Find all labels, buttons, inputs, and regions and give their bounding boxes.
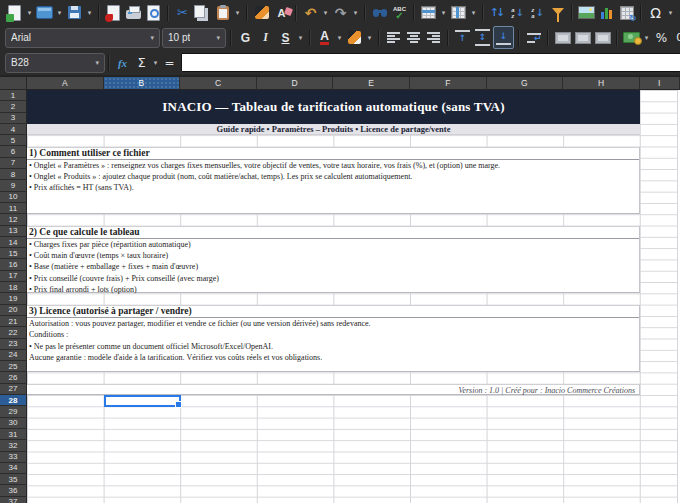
section-1-heading[interactable]: 1) Comment utiliser ce fichier — [27, 148, 639, 160]
row-header-36[interactable]: 36 — [0, 485, 27, 496]
row-header-17[interactable]: 17 — [0, 271, 27, 282]
row-header-21[interactable]: 21 — [0, 316, 27, 327]
font-color-dropdown[interactable]: ▾ — [335, 27, 344, 48]
insert-chart-button[interactable] — [597, 2, 616, 23]
cut-button[interactable]: ✂ — [173, 2, 192, 23]
percent-format-button[interactable]: % — [652, 27, 671, 48]
row-header-37[interactable]: 37 — [0, 497, 27, 503]
highlight-color-button[interactable] — [345, 27, 364, 48]
section-2-line[interactable]: • Prix final arrondi + lots (option) — [27, 284, 639, 295]
insert-image-button[interactable] — [577, 2, 596, 23]
font-size-select[interactable]: 10 pt▾ — [162, 28, 226, 48]
italic-button[interactable]: I — [256, 27, 275, 48]
align-bottom-button[interactable]: ↓ — [493, 26, 514, 49]
redo-dropdown[interactable]: ▾ — [351, 2, 360, 23]
special-character-button[interactable]: Ω — [646, 2, 665, 23]
row-header-10[interactable]: 10 — [0, 192, 27, 203]
font-name-select[interactable]: Arial▾ — [5, 28, 160, 48]
paste-dropdown[interactable]: ▾ — [233, 2, 242, 23]
column-header-F[interactable]: F — [410, 77, 487, 90]
sort-ascending-button[interactable]: az↓ — [508, 2, 527, 23]
section-3-line[interactable]: Autorisation : vous pouvez partager, mod… — [27, 318, 639, 329]
row-header-6[interactable]: 6 — [0, 146, 27, 157]
merge-cells-button[interactable] — [573, 27, 592, 48]
row-header-13[interactable]: 13 — [0, 226, 27, 237]
column-header-E[interactable]: E — [333, 77, 410, 90]
number-format-button[interactable]: 0, — [672, 27, 680, 48]
row-header-20[interactable]: 20 — [0, 305, 27, 316]
redo-button[interactable]: ↷ — [331, 2, 350, 23]
sum-dropdown[interactable]: ▾ — [151, 52, 160, 73]
section-3-heading[interactable]: 3) Licence (autorisé à partager / vendre… — [27, 306, 639, 318]
row-header-22[interactable]: 22 — [0, 327, 27, 338]
section-2-line[interactable]: • Base (matière + emballage + fixes + ma… — [27, 261, 639, 272]
row-header-26[interactable]: 26 — [0, 372, 27, 383]
column-header-B[interactable]: B — [104, 77, 181, 90]
wrap-text-button[interactable]: ↵ — [524, 27, 543, 48]
section-2-line[interactable]: • Coût main d'œuvre (temps × taux horair… — [27, 250, 639, 261]
undo-dropdown[interactable]: ▾ — [321, 2, 330, 23]
row-header-18[interactable]: 18 — [0, 282, 27, 293]
row-header-23[interactable]: 23 — [0, 339, 27, 350]
column-header-C[interactable]: C — [180, 77, 257, 90]
row-header-34[interactable]: 34 — [0, 463, 27, 474]
sheet-title-cell[interactable]: INACIO — Tableau de tarification automat… — [27, 90, 640, 124]
new-document-dropdown[interactable]: ▾ — [25, 2, 34, 23]
row-header-3[interactable]: 3 — [0, 113, 27, 124]
clear-formatting-button[interactable]: A — [272, 2, 291, 23]
column-header-H[interactable]: H — [563, 77, 640, 90]
name-box[interactable]: B28▾ — [5, 53, 105, 73]
align-top-button[interactable]: ↑ — [453, 27, 472, 48]
column-header-D[interactable]: D — [257, 77, 334, 90]
sum-button[interactable]: Σ — [132, 52, 151, 73]
highlight-color-dropdown[interactable]: ▾ — [365, 27, 374, 48]
undo-button[interactable]: ↶ — [301, 2, 320, 23]
insert-column-dropdown[interactable]: ▾ — [469, 2, 478, 23]
function-wizard-button[interactable]: fx — [113, 52, 132, 73]
unmerge-cells-button[interactable] — [593, 27, 612, 48]
sort-button[interactable]: ↑↓ — [488, 2, 507, 23]
print-preview-button[interactable] — [144, 2, 163, 23]
new-document-button[interactable] — [5, 2, 24, 23]
center-vertically-button[interactable]: ↕ — [473, 27, 492, 48]
row-header-16[interactable]: 16 — [0, 259, 27, 270]
row-header-1[interactable]: 1 — [0, 90, 27, 101]
save-dropdown[interactable]: ▾ — [85, 2, 94, 23]
row-header-27[interactable]: 27 — [0, 384, 27, 395]
row-header-35[interactable]: 35 — [0, 474, 27, 485]
insert-row-button[interactable] — [419, 2, 438, 23]
row-header-25[interactable]: 25 — [0, 361, 27, 372]
currency-format-button[interactable] — [622, 27, 641, 48]
spelling-button[interactable]: ABC✓ — [390, 2, 409, 23]
row-header-5[interactable]: 5 — [0, 135, 27, 146]
section-1-line[interactable]: • Prix affichés = HT (sans TVA). — [27, 182, 639, 193]
column-header-G[interactable]: G — [487, 77, 564, 90]
pivot-table-button[interactable]: ↻ — [617, 2, 636, 23]
clone-formatting-button[interactable] — [252, 2, 271, 23]
merge-center-button[interactable] — [553, 27, 572, 48]
column-header-A[interactable]: A — [27, 77, 104, 90]
row-header-31[interactable]: 31 — [0, 429, 27, 440]
special-character-dropdown[interactable]: ▾ — [666, 2, 675, 23]
underline-dropdown[interactable]: ▾ — [296, 27, 305, 48]
section-1-line[interactable]: • Onglet « Produits » : ajoutez chaque p… — [27, 171, 639, 182]
column-header-I[interactable]: I — [640, 77, 680, 90]
row-header-2[interactable]: 2 — [0, 101, 27, 112]
row-header-4[interactable]: 4 — [0, 124, 27, 135]
sort-descending-button[interactable]: za↓ — [528, 2, 547, 23]
font-color-button[interactable]: A — [315, 27, 334, 48]
section-3-line[interactable]: Conditions : — [27, 329, 639, 340]
formula-input[interactable] — [181, 53, 680, 72]
row-header-33[interactable]: 33 — [0, 452, 27, 463]
open-button[interactable] — [35, 2, 54, 23]
find-replace-button[interactable] — [370, 2, 389, 23]
section-2-block[interactable]: 2) Ce que calcule le tableau • Charges f… — [27, 226, 640, 294]
section-1-block[interactable]: 1) Comment utiliser ce fichier • Onglet … — [27, 147, 640, 215]
align-left-button[interactable] — [384, 27, 403, 48]
section-3-line[interactable]: • Ne pas le présenter comme un document … — [27, 341, 639, 352]
row-header-7[interactable]: 7 — [0, 158, 27, 169]
version-footer-cell[interactable]: Version : 1.0 | Créé pour : Inacio Comme… — [27, 384, 640, 395]
print-button[interactable] — [124, 2, 143, 23]
align-right-button[interactable] — [424, 27, 443, 48]
underline-button[interactable]: S — [276, 27, 295, 48]
